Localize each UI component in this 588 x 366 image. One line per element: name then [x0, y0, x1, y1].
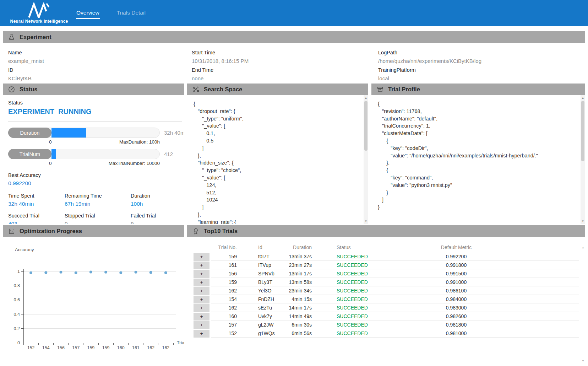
status-title: Status — [20, 86, 37, 93]
status-label: Status — [8, 100, 182, 106]
gauge-icon — [8, 86, 15, 93]
col-status: Status — [312, 243, 365, 252]
cell-trial-no: 162 — [209, 287, 237, 295]
field-value: example_mnist — [8, 58, 192, 64]
progress-value: 32h 40min — [164, 130, 184, 136]
y-tick-label: 0.6 — [14, 297, 20, 302]
x-tick-label: 159 — [102, 345, 110, 350]
scroll-up-icon[interactable]: ▲ — [364, 96, 368, 100]
field-value: local — [378, 75, 585, 81]
scatter-point — [60, 271, 62, 274]
top-trials-scroll-up-icon[interactable]: ▲ — [582, 246, 584, 249]
y-tick-label: 0 — [17, 340, 20, 345]
search-space-section-header: Search Space — [187, 84, 368, 95]
x-tick-label: 161 — [132, 345, 140, 350]
expand-button[interactable]: + — [194, 253, 209, 261]
scroll-up-icon[interactable]: ▲ — [581, 96, 585, 100]
cell-status: SUCCEEDED — [312, 270, 365, 278]
cell-duration: 23min 34s — [281, 287, 312, 295]
cell-trial-no: 152 — [209, 329, 237, 338]
scroll-thumb[interactable] — [364, 101, 368, 151]
trial-profile-panel: Trial Profile { "revision": 11768, "auth… — [371, 84, 585, 224]
search-space-title: Search Space — [204, 86, 242, 93]
cell-trial-no: 159 — [209, 253, 237, 261]
cell-duration: 6min 56s — [281, 329, 312, 338]
tab-overview[interactable]: Overview — [76, 8, 100, 19]
stat: Succeed Trial403 — [8, 207, 65, 224]
cell-metric: 0.986100 — [365, 287, 548, 295]
cell-status: SUCCEEDED — [312, 261, 365, 269]
search-space-scrollbar: ▲ ▼ — [364, 95, 368, 224]
table-row: +152g1WQs6min 56sSUCCEEDED0.981000 — [194, 329, 579, 338]
stat-label: Duration — [131, 193, 182, 199]
nni-logo-icon — [27, 2, 51, 18]
expand-button[interactable]: + — [194, 304, 209, 312]
table-row: +162Yel3O23min 34sSUCCEEDED0.986100 — [194, 286, 579, 295]
table-row: +161ITVup23min 27sSUCCEEDED0.991800 — [194, 261, 579, 269]
x-tick-label: 162 — [147, 345, 154, 350]
cell-id: g1WQs — [237, 329, 281, 338]
progress-label-pill: TrialNum — [8, 149, 51, 159]
cell-metric: 0.992200 — [365, 253, 548, 261]
expand-button[interactable]: + — [194, 287, 209, 295]
cell-metric: 0.984000 — [365, 295, 548, 303]
cell-metric: 0.982600 — [365, 312, 548, 321]
cell-id: t0I7T — [237, 253, 281, 261]
cell-id: ITVup — [237, 261, 281, 269]
stat: Duration100h — [131, 187, 182, 207]
cell-id: Uvk7y — [237, 312, 281, 321]
table-header: Trial No. Id Duration Status Default Met… — [194, 243, 579, 252]
stat-label: Time Spent — [8, 193, 65, 199]
field-label: LogPath — [378, 50, 585, 55]
x-tick-label: 156 — [57, 345, 65, 350]
expand-button[interactable]: + — [194, 313, 209, 321]
optimization-chart: Accuracy00.20.40.60.81152154156157159159… — [3, 237, 184, 354]
status-stats: Time Spent32h 40minRemaining Time67h 19m… — [8, 187, 182, 224]
progress-label-pill: Duration — [8, 128, 51, 138]
cell-metric: 0.983000 — [365, 304, 548, 312]
stat-value: 32h 40min — [8, 201, 65, 207]
stat-label: Failed Trial — [131, 213, 182, 219]
table-row: +159t0I7T13min 37sSUCCEEDED0.992200 — [194, 252, 579, 261]
scatter-point — [89, 271, 92, 274]
stat: Time Spent32h 40min — [8, 187, 65, 207]
expand-button[interactable]: + — [194, 321, 209, 329]
scroll-down-icon[interactable]: ▼ — [364, 219, 368, 224]
expand-button[interactable]: + — [194, 270, 209, 278]
expand-button[interactable]: + — [194, 262, 209, 269]
field-label: TrainingPlatform — [378, 67, 585, 73]
table-row: +159BLy3T13min 58sSUCCEEDED0.991000 — [194, 278, 579, 286]
chart-y-axis-title: Accuracy — [15, 247, 34, 252]
expand-button[interactable]: + — [194, 330, 209, 338]
tab-trials-detail[interactable]: Trials Detail — [116, 8, 146, 19]
search-space-json[interactable]: { "dropout_rate": { "_type": "uniform", … — [187, 95, 364, 224]
stat-value: 100h — [131, 201, 182, 207]
progress-max: MaxTrialNumber: 10000 — [109, 161, 160, 166]
optimization-section-header: Optimization Progress — [3, 225, 184, 237]
box-icon — [377, 86, 383, 93]
expand-button[interactable]: + — [194, 279, 209, 286]
top-trials-scroll-down-icon[interactable]: ▼ — [582, 359, 584, 362]
expand-button[interactable]: + — [194, 296, 209, 303]
best-accuracy-value: 0.992200 — [8, 180, 182, 187]
bottom-row: Optimization Progress Accuracy00.20.40.6… — [3, 225, 585, 364]
y-tick-label: 0.2 — [14, 326, 20, 331]
logo-title: Neural Network Intelligence — [10, 19, 68, 24]
cell-status: SUCCEEDED — [312, 329, 365, 338]
top-nav: Neural Network Intelligence OverviewTria… — [0, 0, 588, 26]
y-tick-label: 1 — [17, 269, 20, 274]
cell-status: SUCCEEDED — [312, 287, 365, 295]
progress-max: MaxDuration: 100h — [119, 139, 160, 145]
scroll-thumb[interactable] — [581, 101, 584, 161]
cell-status: SUCCEEDED — [312, 295, 365, 303]
trial-profile-json[interactable]: { "revision": 11768, "authorName": "defa… — [371, 95, 581, 224]
cell-trial-no: 159 — [209, 278, 237, 286]
stat-label: Succeed Trial — [8, 213, 65, 219]
scroll-down-icon[interactable]: ▼ — [581, 219, 585, 224]
cell-metric: 0.981000 — [365, 329, 548, 338]
nni-logo[interactable]: Neural Network Intelligence — [9, 2, 70, 24]
cell-id: gL2JW — [237, 321, 281, 329]
experiment-column: Start Time10/31/2018, 8:16:15 PMEnd Time… — [192, 47, 378, 82]
molecule-icon — [192, 86, 199, 93]
x-tick-label: 152 — [27, 345, 35, 350]
